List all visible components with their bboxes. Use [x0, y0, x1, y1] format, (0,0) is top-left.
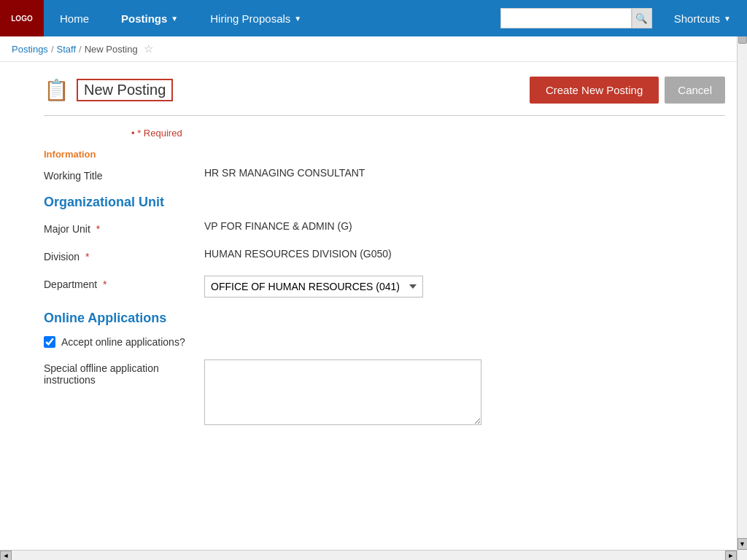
breadcrumb-staff[interactable]: Staff — [57, 44, 77, 55]
info-section-label: Information — [44, 149, 725, 160]
breadcrumb-sep1: / — [51, 44, 54, 55]
logo-area[interactable]: LOGO — [0, 0, 44, 36]
major-unit-row: Major Unit * VP FOR FINANCE & ADMIN (G) — [44, 220, 725, 235]
page-title: New Posting — [77, 79, 173, 101]
division-required: * — [85, 251, 89, 262]
postings-caret-icon: ▼ — [171, 15, 178, 23]
required-note: • * Required — [44, 128, 725, 139]
page-actions: Create New Posting Cancel — [530, 77, 725, 104]
accept-online-label: Accept online applications? — [61, 336, 185, 348]
working-title-label: Working Title — [44, 167, 204, 182]
accept-online-row: Accept online applications? — [44, 336, 725, 348]
breadcrumb-current: New Posting — [85, 44, 138, 55]
create-new-posting-button[interactable]: Create New Posting — [530, 77, 659, 104]
division-row: Division * HUMAN RESOURCES DIVISION (G05… — [44, 248, 725, 262]
offline-instructions-textarea[interactable] — [204, 359, 481, 425]
department-select[interactable]: OFFICE OF HUMAN RESOURCES (041) — [204, 276, 423, 298]
division-value: HUMAN RESOURCES DIVISION (G050) — [204, 248, 392, 260]
major-unit-label: Major Unit * — [44, 220, 204, 235]
shortcuts-caret-icon: ▼ — [724, 15, 731, 23]
offline-instructions-row: Special offline application instructions — [44, 359, 725, 425]
favorite-star-icon[interactable]: ☆ — [144, 42, 153, 55]
division-label: Division * — [44, 248, 204, 262]
vertical-scrollbar[interactable]: ▲ ▼ — [737, 0, 747, 453]
org-unit-heading: Organizational Unit — [44, 195, 725, 210]
search-icon: 🔍 — [635, 13, 648, 24]
accept-online-checkbox[interactable] — [44, 336, 55, 348]
search-input[interactable] — [500, 8, 632, 28]
major-unit-required: * — [96, 223, 100, 235]
major-unit-value: VP FOR FINANCE & ADMIN (G) — [204, 220, 352, 232]
hiring-caret-icon: ▼ — [294, 15, 301, 23]
cancel-button[interactable]: Cancel — [665, 77, 725, 104]
breadcrumb-postings[interactable]: Postings — [12, 44, 48, 55]
nav-shortcuts[interactable]: Shortcuts ▼ — [658, 0, 747, 36]
online-apps-heading: Online Applications — [44, 311, 725, 326]
working-title-row: Working Title HR SR MANAGING CONSULTANT — [44, 167, 725, 182]
working-title-value: HR SR MANAGING CONSULTANT — [204, 167, 365, 179]
header-divider — [44, 115, 725, 116]
required-star: • — [131, 128, 135, 139]
department-row: Department * OFFICE OF HUMAN RESOURCES (… — [44, 276, 725, 298]
department-label: Department * — [44, 276, 204, 290]
breadcrumb-sep2: / — [79, 44, 82, 55]
breadcrumb: Postings / Staff / New Posting ☆ — [0, 36, 747, 62]
page-icon: 📋 — [44, 78, 69, 102]
nav-postings[interactable]: Postings ▼ — [105, 0, 194, 36]
department-required: * — [103, 279, 107, 290]
page-content: 📋 New Posting Create New Posting Cancel … — [0, 62, 747, 453]
nav-home[interactable]: Home — [44, 0, 105, 36]
offline-instructions-label: Special offline application instructions — [44, 359, 204, 386]
search-button[interactable]: 🔍 — [632, 8, 652, 28]
main-navbar: LOGO Home Postings ▼ Hiring Proposals ▼ … — [0, 0, 747, 36]
nav-hiring-proposals[interactable]: Hiring Proposals ▼ — [194, 0, 317, 36]
page-header: 📋 New Posting Create New Posting Cancel — [44, 77, 725, 104]
